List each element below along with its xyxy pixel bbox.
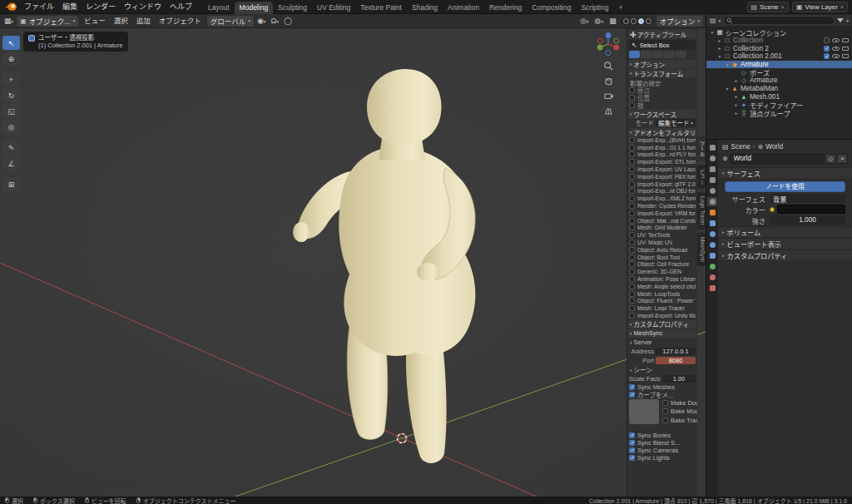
viewport-menu-item[interactable]: ビュー	[80, 14, 110, 27]
hide-eye-icon[interactable]	[832, 47, 840, 51]
unlink-view-layer-icon[interactable]: ×	[840, 4, 844, 10]
world-color-swatch[interactable]	[777, 205, 845, 214]
orientation-dropdown[interactable]: グローバル ▾	[207, 16, 254, 27]
addon-checkbox[interactable]: Object: Bool Tool	[627, 254, 697, 261]
addon-checkbox[interactable]: Import-Exp...(BVH) format	[627, 136, 697, 144]
viewport-menu-item[interactable]: 選択	[110, 14, 132, 27]
address-field[interactable]: 127.0.0.1	[656, 348, 696, 355]
addon-checkbox[interactable]: Import-Export: UV Layout	[627, 166, 697, 173]
particles-tab[interactable]	[707, 230, 717, 239]
outliner-row[interactable]: ▾ □ Collection 2.001	[706, 52, 852, 61]
addon-checkbox[interactable]: UV: Magic UV	[627, 239, 697, 246]
custom-properties-header[interactable]: ▾カスタムプロパティ	[628, 320, 696, 329]
editor-type-icon[interactable]: ▦▾	[2, 17, 15, 25]
sync-checkbox[interactable]: Sync Bones	[627, 432, 697, 439]
pivot-point-icon[interactable]: ◉▾	[255, 17, 268, 25]
addon-checkbox[interactable]: Mesh: LoopTools	[627, 290, 697, 298]
limit-checkbox[interactable]: 親	[627, 101, 697, 109]
menu-item[interactable]: 編集	[58, 0, 82, 13]
perspective-toggle-icon[interactable]	[603, 106, 614, 116]
add-cube-tool[interactable]: ⊞	[2, 177, 20, 191]
addon-checkbox[interactable]: Import-Export: FBX format	[627, 173, 697, 180]
scale-tool[interactable]: ◱	[2, 104, 20, 118]
workspace-tab[interactable]: +	[613, 2, 627, 14]
sync-checkbox[interactable]: Bake Modifi...	[661, 408, 697, 415]
collapsed-section-header[interactable]: ▸ビューポート表示	[718, 238, 852, 249]
sync-checkbox[interactable]: Sync Lights	[627, 454, 697, 462]
zoom-icon[interactable]	[603, 61, 614, 72]
sync-checkbox[interactable]: Sync Cameras	[627, 447, 697, 454]
world-id-field[interactable]: World	[730, 154, 825, 164]
texture-tab[interactable]	[707, 284, 717, 293]
scale-factor-field[interactable]: 1.00	[662, 375, 696, 383]
viewport-menu-item[interactable]: 追加	[132, 14, 155, 27]
pan-hand-icon[interactable]	[603, 76, 614, 86]
move-tool[interactable]: +	[2, 72, 20, 86]
addon-checkbox[interactable]: Import-Export: Unity Mab...	[627, 312, 697, 319]
workspace-tab[interactable]: Compositing	[527, 2, 576, 14]
filter-icon[interactable]	[837, 18, 844, 22]
show-overlays-icon[interactable]: ◍▾	[593, 17, 606, 25]
rotate-tool[interactable]: ↻	[2, 88, 20, 102]
object-data-tab[interactable]	[707, 262, 717, 271]
sync-checkbox[interactable]: Sync Blend S...	[627, 439, 697, 447]
workspace-tab[interactable]: Sculpting	[273, 2, 312, 14]
addon-checkbox[interactable]: UV: TexTools	[627, 231, 697, 239]
meshsync-panel-header[interactable]: ▾MeshSync	[628, 329, 696, 338]
outliner-row[interactable]: ▾ ◆ Armature	[706, 61, 852, 69]
select-mode-subtract-icon[interactable]	[652, 51, 663, 58]
xray-toggle-icon[interactable]: ▩	[607, 17, 618, 25]
workspace-tab[interactable]: Rendering	[484, 2, 527, 14]
npanel-tab[interactable]: MeshSync	[697, 233, 706, 266]
select-mode-invert-icon[interactable]	[664, 51, 675, 58]
sync-checkbox[interactable]: Bake Transf...	[661, 417, 697, 424]
world-tab[interactable]	[707, 197, 717, 206]
addon-checkbox[interactable]: Generic: 3D-GEN	[627, 268, 697, 275]
limit-checkbox[interactable]: 位置	[627, 94, 697, 101]
show-gizmo-icon[interactable]: ◎▾	[578, 17, 591, 25]
disable-render-icon[interactable]	[842, 38, 849, 42]
disable-render-icon[interactable]	[842, 47, 849, 51]
menu-item[interactable]: ウィンドウ	[120, 0, 166, 13]
surface-type-dropdown[interactable]: 背景	[770, 194, 845, 203]
object-tab[interactable]	[707, 208, 717, 217]
workspace-tab[interactable]: Modeling	[235, 2, 274, 14]
workspace-tab[interactable]: Texture Paint	[355, 2, 407, 14]
exclude-checkbox[interactable]	[824, 46, 830, 52]
addon-checkbox[interactable]: Mesh: Angle select click	[627, 283, 697, 290]
addon-checkbox[interactable]: Import-Export: VRM format	[627, 210, 697, 217]
blender-logo-icon[interactable]	[4, 2, 17, 12]
navigation-gizmo[interactable]	[596, 32, 621, 57]
workspace-tab[interactable]: Layout	[203, 2, 235, 14]
workspace-tab[interactable]: Animation	[443, 2, 484, 14]
outliner-options-icon[interactable]: ▾	[846, 18, 849, 23]
view-layer-selector[interactable]: ▣ View Layer ×	[792, 2, 848, 12]
npanel-tab[interactable]: ビュー	[697, 165, 706, 190]
workspace-panel-header[interactable]: ▾ワークスペース	[628, 110, 696, 118]
sync-checkbox[interactable]: Sync Meshes	[627, 383, 697, 391]
npanel-tab[interactable]: Logo Tracer	[697, 192, 706, 230]
constraints-tab[interactable]	[707, 251, 717, 260]
select-box-tool[interactable]: ↖	[2, 36, 20, 50]
unlink-scene-icon[interactable]: ×	[781, 4, 785, 10]
strength-field[interactable]: 1.000	[770, 215, 845, 225]
unlink-world-icon[interactable]: ×	[838, 154, 848, 164]
rendered-shading-icon[interactable]	[646, 18, 651, 24]
proportional-edit-icon[interactable]: ◯	[282, 17, 294, 25]
modifiers-tab[interactable]	[707, 219, 717, 228]
measure-tool[interactable]: ∠	[2, 156, 20, 170]
snap-magnet-icon[interactable]: Ω▾	[270, 17, 281, 25]
material-shading-icon[interactable]	[638, 18, 644, 24]
material-tab[interactable]	[707, 273, 717, 282]
use-nodes-button[interactable]: ノードを使用	[725, 181, 845, 192]
hide-eye-icon[interactable]	[832, 38, 840, 42]
addon-checkbox[interactable]: Import-Exp...rd PLY format	[627, 151, 697, 159]
outliner-row[interactable]: ▸ □ Collection 2	[706, 44, 852, 52]
scene-tab[interactable]	[707, 186, 717, 195]
output-tab[interactable]	[707, 165, 717, 174]
addon-checkbox[interactable]: Render: Cycles Render En...	[627, 202, 697, 210]
tool-tab[interactable]	[707, 143, 717, 152]
cursor-tool[interactable]: ⊕	[2, 52, 20, 66]
workspace-tab[interactable]: Scripting	[576, 2, 613, 14]
workspace-tab[interactable]: Shading	[407, 2, 443, 14]
